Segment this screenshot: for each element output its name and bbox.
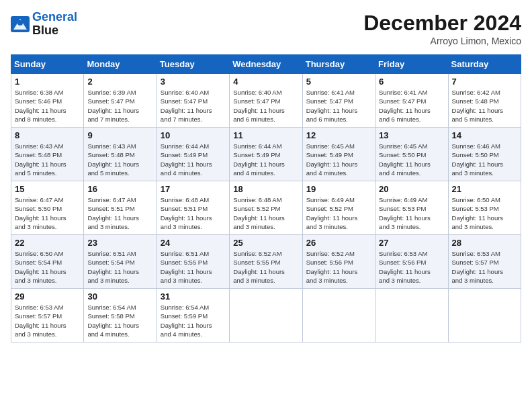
calendar-cell: 10Sunrise: 6:44 AM Sunset: 5:49 PM Dayli… — [157, 128, 229, 181]
weekday-header: Sunday — [11, 55, 84, 74]
calendar-week-row: 22Sunrise: 6:50 AM Sunset: 5:54 PM Dayli… — [11, 235, 521, 289]
day-number: 10 — [161, 130, 226, 140]
day-number: 31 — [161, 291, 226, 302]
calendar-cell: 15Sunrise: 6:47 AM Sunset: 5:50 PM Dayli… — [11, 181, 84, 235]
calendar-cell: 17Sunrise: 6:48 AM Sunset: 5:51 PM Dayli… — [157, 181, 229, 235]
day-number: 1 — [15, 77, 80, 87]
day-info: Sunrise: 6:40 AM Sunset: 5:47 PM Dayligh… — [161, 88, 226, 124]
calendar-cell: 29Sunrise: 6:53 AM Sunset: 5:57 PM Dayli… — [11, 289, 84, 342]
day-info: Sunrise: 6:54 AM Sunset: 5:59 PM Dayligh… — [161, 303, 226, 338]
calendar-cell: 4Sunrise: 6:40 AM Sunset: 5:47 PM Daylig… — [230, 74, 302, 128]
day-info: Sunrise: 6:41 AM Sunset: 5:47 PM Dayligh… — [306, 88, 371, 124]
calendar-body: 1Sunrise: 6:38 AM Sunset: 5:46 PM Daylig… — [11, 74, 521, 342]
day-number: 18 — [233, 184, 298, 194]
day-info: Sunrise: 6:51 AM Sunset: 5:54 PM Dayligh… — [87, 249, 152, 285]
day-number: 8 — [15, 130, 80, 140]
day-number: 6 — [379, 77, 444, 87]
calendar-week-row: 1Sunrise: 6:38 AM Sunset: 5:46 PM Daylig… — [11, 74, 521, 128]
location: Arroyo Limon, Mexico — [363, 36, 521, 46]
calendar-cell: 25Sunrise: 6:52 AM Sunset: 5:55 PM Dayli… — [230, 235, 302, 289]
day-info: Sunrise: 6:53 AM Sunset: 5:57 PM Dayligh… — [15, 303, 80, 338]
day-number: 2 — [87, 77, 152, 87]
calendar-cell: 7Sunrise: 6:42 AM Sunset: 5:48 PM Daylig… — [448, 74, 521, 128]
logo-icon — [11, 16, 30, 32]
day-number: 28 — [452, 238, 517, 248]
day-number: 26 — [306, 238, 371, 248]
calendar-table: SundayMondayTuesdayWednesdayThursdayFrid… — [11, 54, 521, 342]
day-number: 13 — [379, 130, 444, 140]
day-info: Sunrise: 6:50 AM Sunset: 5:54 PM Dayligh… — [15, 249, 80, 285]
day-info: Sunrise: 6:44 AM Sunset: 5:49 PM Dayligh… — [161, 142, 226, 177]
calendar-cell: 30Sunrise: 6:54 AM Sunset: 5:58 PM Dayli… — [84, 289, 157, 342]
calendar-cell: 2Sunrise: 6:39 AM Sunset: 5:47 PM Daylig… — [84, 74, 157, 128]
day-info: Sunrise: 6:47 AM Sunset: 5:51 PM Dayligh… — [87, 195, 152, 231]
weekday-header: Saturday — [448, 55, 521, 74]
day-number: 3 — [161, 77, 226, 87]
calendar-cell: 19Sunrise: 6:49 AM Sunset: 5:52 PM Dayli… — [302, 181, 375, 235]
calendar-cell: 16Sunrise: 6:47 AM Sunset: 5:51 PM Dayli… — [84, 181, 157, 235]
calendar-cell: 24Sunrise: 6:51 AM Sunset: 5:55 PM Dayli… — [157, 235, 229, 289]
day-info: Sunrise: 6:45 AM Sunset: 5:50 PM Dayligh… — [379, 142, 444, 177]
day-info: Sunrise: 6:48 AM Sunset: 5:52 PM Dayligh… — [233, 195, 298, 231]
weekday-header: Thursday — [302, 55, 375, 74]
day-info: Sunrise: 6:48 AM Sunset: 5:51 PM Dayligh… — [161, 195, 226, 231]
page-header: GeneralBlue December 2024 Arroyo Limon, … — [11, 11, 521, 46]
day-number: 21 — [452, 184, 517, 194]
calendar-cell: 6Sunrise: 6:41 AM Sunset: 5:47 PM Daylig… — [375, 74, 448, 128]
day-info: Sunrise: 6:46 AM Sunset: 5:50 PM Dayligh… — [452, 142, 517, 177]
day-number: 25 — [233, 238, 298, 248]
day-info: Sunrise: 6:40 AM Sunset: 5:47 PM Dayligh… — [233, 88, 298, 124]
calendar-cell: 13Sunrise: 6:45 AM Sunset: 5:50 PM Dayli… — [375, 128, 448, 181]
day-info: Sunrise: 6:39 AM Sunset: 5:47 PM Dayligh… — [87, 88, 152, 124]
day-info: Sunrise: 6:53 AM Sunset: 5:57 PM Dayligh… — [452, 249, 517, 285]
calendar-cell: 28Sunrise: 6:53 AM Sunset: 5:57 PM Dayli… — [448, 235, 521, 289]
day-number: 24 — [161, 238, 226, 248]
calendar-cell: 14Sunrise: 6:46 AM Sunset: 5:50 PM Dayli… — [448, 128, 521, 181]
day-info: Sunrise: 6:43 AM Sunset: 5:48 PM Dayligh… — [15, 142, 80, 177]
day-number: 17 — [161, 184, 226, 194]
day-number: 15 — [15, 184, 80, 194]
day-number: 29 — [15, 291, 80, 302]
day-info: Sunrise: 6:54 AM Sunset: 5:58 PM Dayligh… — [87, 303, 152, 338]
day-info: Sunrise: 6:52 AM Sunset: 5:55 PM Dayligh… — [233, 249, 298, 285]
svg-point-2 — [17, 20, 23, 26]
day-number: 22 — [15, 238, 80, 248]
day-info: Sunrise: 6:49 AM Sunset: 5:53 PM Dayligh… — [379, 195, 444, 231]
calendar-cell: 21Sunrise: 6:50 AM Sunset: 5:53 PM Dayli… — [448, 181, 521, 235]
title-block: December 2024 Arroyo Limon, Mexico — [363, 11, 521, 46]
calendar-week-row: 29Sunrise: 6:53 AM Sunset: 5:57 PM Dayli… — [11, 289, 521, 342]
weekday-header: Friday — [375, 55, 448, 74]
day-info: Sunrise: 6:52 AM Sunset: 5:56 PM Dayligh… — [306, 249, 371, 285]
day-number: 4 — [233, 77, 298, 87]
calendar-cell: 5Sunrise: 6:41 AM Sunset: 5:47 PM Daylig… — [302, 74, 375, 128]
day-info: Sunrise: 6:41 AM Sunset: 5:47 PM Dayligh… — [379, 88, 444, 124]
calendar-cell: 12Sunrise: 6:45 AM Sunset: 5:49 PM Dayli… — [302, 128, 375, 181]
calendar-cell: 8Sunrise: 6:43 AM Sunset: 5:48 PM Daylig… — [11, 128, 84, 181]
weekday-header: Wednesday — [230, 55, 302, 74]
day-number: 12 — [306, 130, 371, 140]
day-info: Sunrise: 6:51 AM Sunset: 5:55 PM Dayligh… — [161, 249, 226, 285]
weekday-header: Tuesday — [157, 55, 229, 74]
calendar-cell: 11Sunrise: 6:44 AM Sunset: 5:49 PM Dayli… — [230, 128, 302, 181]
day-number: 7 — [452, 77, 517, 87]
day-number: 11 — [233, 130, 298, 140]
calendar-week-row: 15Sunrise: 6:47 AM Sunset: 5:50 PM Dayli… — [11, 181, 521, 235]
day-number: 9 — [87, 130, 152, 140]
day-number: 20 — [379, 184, 444, 194]
calendar-cell: 18Sunrise: 6:48 AM Sunset: 5:52 PM Dayli… — [230, 181, 302, 235]
day-number: 30 — [87, 291, 152, 302]
logo-text: GeneralBlue — [32, 11, 77, 38]
calendar-cell — [448, 289, 521, 342]
day-number: 16 — [87, 184, 152, 194]
day-info: Sunrise: 6:44 AM Sunset: 5:49 PM Dayligh… — [233, 142, 298, 177]
day-number: 5 — [306, 77, 371, 87]
day-number: 23 — [87, 238, 152, 248]
day-number: 14 — [452, 130, 517, 140]
day-info: Sunrise: 6:49 AM Sunset: 5:52 PM Dayligh… — [306, 195, 371, 231]
calendar-header-row: SundayMondayTuesdayWednesdayThursdayFrid… — [11, 55, 521, 74]
day-info: Sunrise: 6:50 AM Sunset: 5:53 PM Dayligh… — [452, 195, 517, 231]
calendar-cell — [375, 289, 448, 342]
logo: GeneralBlue — [11, 11, 77, 38]
day-info: Sunrise: 6:53 AM Sunset: 5:56 PM Dayligh… — [379, 249, 444, 285]
day-number: 27 — [379, 238, 444, 248]
